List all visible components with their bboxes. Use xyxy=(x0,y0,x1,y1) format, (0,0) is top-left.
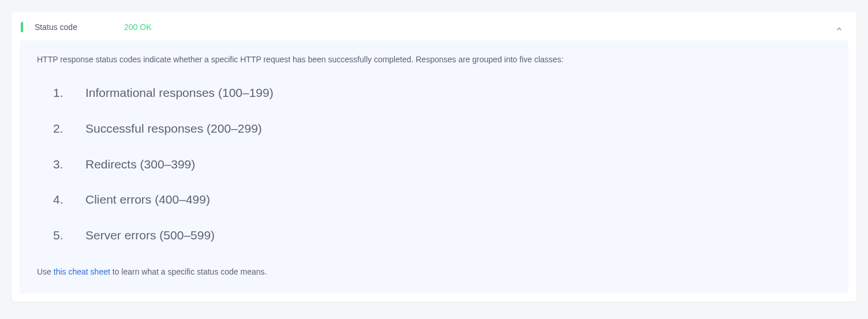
status-code-value: 200 OK xyxy=(124,22,151,32)
status-code-panel: Status code 200 OK HTTP response status … xyxy=(12,12,856,302)
list-item: Redirects (300–399) xyxy=(53,155,831,174)
status-indicator-bar xyxy=(21,22,23,32)
chevron-up-icon[interactable] xyxy=(836,24,843,35)
response-classes-list: Informational responses (100–199) Succes… xyxy=(37,83,831,245)
list-item: Informational responses (100–199) xyxy=(53,83,831,103)
list-item: Server errors (500–599) xyxy=(53,226,831,245)
list-item: Client errors (400–499) xyxy=(53,190,831,209)
cheat-sheet-link[interactable]: this cheat sheet xyxy=(54,267,110,276)
panel-header[interactable]: Status code 200 OK xyxy=(20,20,848,40)
list-item: Successful responses (200–299) xyxy=(53,119,831,138)
footer-suffix: to learn what a specific status code mea… xyxy=(110,267,267,276)
footer-prefix: Use xyxy=(37,267,54,276)
footer-text: Use this cheat sheet to learn what a spe… xyxy=(37,265,831,278)
header-label: Status code xyxy=(35,22,124,32)
intro-text: HTTP response status codes indicate whet… xyxy=(37,53,831,66)
panel-content: HTTP response status codes indicate whet… xyxy=(20,40,848,294)
